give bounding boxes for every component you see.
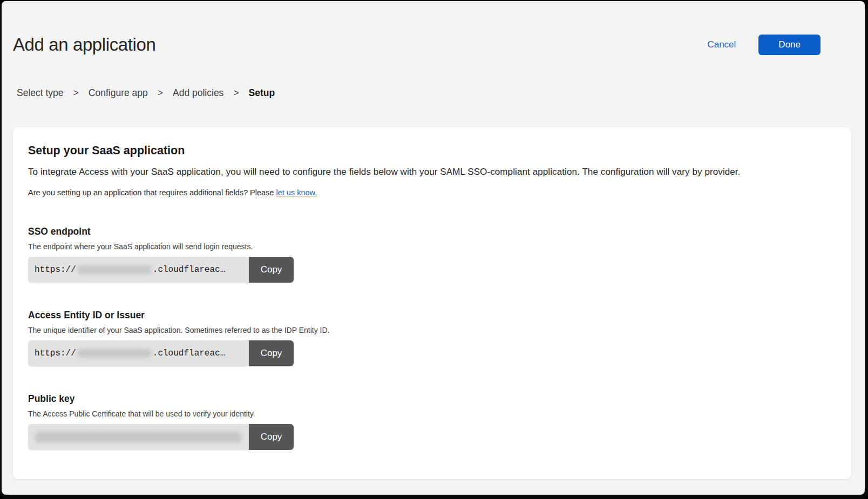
field-label: SSO endpoint — [28, 226, 836, 237]
sso-endpoint-value[interactable]: https://.cloudflareac… — [28, 257, 249, 283]
breadcrumb-separator: > — [233, 87, 239, 99]
card-heading: Setup your SaaS application — [28, 144, 836, 158]
field-description: The endpoint where your SaaS application… — [28, 242, 836, 251]
cancel-button[interactable]: Cancel — [707, 39, 736, 50]
field-section-public-key: Public key The Access Public Certificate… — [28, 393, 836, 450]
breadcrumb-separator: > — [158, 87, 163, 99]
let-us-know-link[interactable]: let us know. — [276, 188, 317, 197]
field-description: The Access Public Certificate that will … — [28, 409, 836, 418]
value-prefix: https:// — [35, 348, 76, 358]
field-label: Public key — [28, 393, 836, 405]
screenshot-frame: Add an application Cancel Done Select ty… — [0, 0, 868, 499]
entity-id-value[interactable]: https://.cloudflareac… — [28, 340, 249, 366]
field-label: Access Entity ID or Issuer — [28, 310, 836, 321]
breadcrumb-separator: > — [73, 87, 79, 99]
page-header: Add an application Cancel Done — [2, 1, 865, 55]
entity-id-value-row: https://.cloudflareac… Copy — [28, 340, 294, 366]
copy-entity-id-button[interactable]: Copy — [249, 340, 294, 366]
sso-endpoint-value-row: https://.cloudflareac… Copy — [28, 257, 294, 283]
setup-card: Setup your SaaS application To integrate… — [12, 127, 851, 480]
field-description: The unique identifier of your SaaS appli… — [28, 326, 836, 334]
breadcrumb-step-select-type[interactable]: Select type — [17, 87, 64, 99]
note-text: Are you setting up an application that r… — [28, 188, 276, 197]
card-intro-text: To integrate Access with your SaaS appli… — [28, 167, 836, 177]
breadcrumb-step-setup: Setup — [249, 87, 275, 99]
value-suffix: .cloudflareac… — [153, 348, 225, 358]
copy-sso-endpoint-button[interactable]: Copy — [249, 257, 294, 283]
card-note: Are you setting up an application that r… — [28, 188, 836, 197]
breadcrumb: Select type > Configure app > Add polici… — [17, 87, 865, 99]
value-prefix: https:// — [35, 265, 76, 275]
breadcrumb-step-configure-app[interactable]: Configure app — [89, 87, 148, 99]
done-button[interactable]: Done — [758, 35, 820, 55]
field-section-sso-endpoint: SSO endpoint The endpoint where your Saa… — [28, 226, 836, 283]
redacted-value-blur — [35, 432, 242, 443]
breadcrumb-step-add-policies[interactable]: Add policies — [173, 87, 223, 99]
header-actions: Cancel Done — [707, 35, 820, 55]
page-title: Add an application — [13, 35, 155, 55]
copy-public-key-button[interactable]: Copy — [249, 424, 294, 450]
app-viewport: Add an application Cancel Done Select ty… — [2, 1, 865, 495]
public-key-value-row: Copy — [28, 424, 294, 450]
redacted-value-blur — [77, 265, 152, 274]
field-section-entity-id: Access Entity ID or Issuer The unique id… — [28, 310, 836, 366]
redacted-value-blur — [77, 349, 152, 358]
public-key-value[interactable] — [28, 424, 249, 450]
value-suffix: .cloudflareac… — [153, 265, 225, 275]
